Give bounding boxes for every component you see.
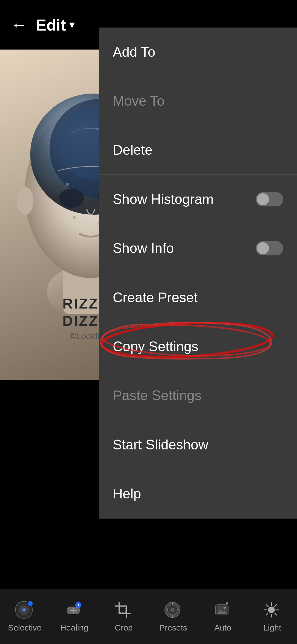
menu-item-move-to[interactable]: Move To xyxy=(99,77,297,125)
selective-nav-label: Selective xyxy=(8,623,42,632)
light-icon xyxy=(263,601,280,619)
menu-item-delete[interactable]: Delete xyxy=(99,125,297,174)
menu-item-help[interactable]: Help xyxy=(99,469,297,518)
light-icon-container xyxy=(263,601,282,620)
back-button[interactable]: ← xyxy=(11,17,28,33)
svg-rect-22 xyxy=(119,613,131,614)
menu-section-2: Show Histogram Show Info xyxy=(99,175,297,273)
menu-section-1: Add To Move To Delete xyxy=(99,28,297,175)
nav-item-presets[interactable]: Presets xyxy=(148,601,198,632)
create-preset-label: Create Preset xyxy=(113,290,197,305)
selective-badge xyxy=(27,601,33,607)
svg-point-6 xyxy=(59,189,84,208)
svg-text:✦: ✦ xyxy=(77,603,80,607)
help-label: Help xyxy=(113,486,141,502)
svg-line-46 xyxy=(275,605,277,607)
svg-text:✦: ✦ xyxy=(225,601,229,606)
auto-icon: ✦ xyxy=(213,601,231,619)
svg-point-37 xyxy=(224,607,226,609)
crop-nav-label: Crop xyxy=(115,623,133,632)
dropdown-arrow-icon: ▾ xyxy=(69,19,74,31)
menu-item-paste-settings[interactable]: Paste Settings xyxy=(99,371,297,420)
svg-point-39 xyxy=(268,607,275,613)
crop-icon-container xyxy=(114,601,133,620)
menu-item-show-histogram[interactable]: Show Histogram xyxy=(99,175,297,224)
nav-item-selective[interactable]: Selective xyxy=(0,601,50,632)
svg-rect-24 xyxy=(126,605,127,618)
nav-item-healing[interactable]: ✦ Healing xyxy=(50,601,99,632)
svg-point-11 xyxy=(73,216,76,219)
copy-settings-label: Copy Settings xyxy=(113,339,198,354)
healing-nav-label: Healing xyxy=(60,623,88,632)
svg-line-44 xyxy=(266,605,268,607)
selective-icon-container xyxy=(15,601,34,620)
histogram-toggle[interactable] xyxy=(256,192,283,206)
crop-icon xyxy=(114,601,132,619)
menu-section-4: Start Slideshow Help xyxy=(99,420,297,519)
svg-point-28 xyxy=(170,608,175,612)
menu-item-start-slideshow[interactable]: Start Slideshow xyxy=(99,420,297,469)
svg-point-8 xyxy=(17,187,34,215)
light-nav-label: Light xyxy=(263,623,281,632)
auto-nav-label: Auto xyxy=(214,623,231,632)
dropdown-menu: Add To Move To Delete Show Histogram Sho… xyxy=(99,28,297,519)
healing-icon-container: ✦ xyxy=(65,601,84,620)
healing-icon: ✦ xyxy=(65,601,82,619)
presets-icon xyxy=(164,601,181,619)
presets-icon-container xyxy=(164,601,183,620)
start-slideshow-label: Start Slideshow xyxy=(113,437,208,453)
move-to-label: Move To xyxy=(113,93,164,109)
svg-line-45 xyxy=(275,613,277,615)
svg-point-10 xyxy=(66,183,69,186)
auto-icon-container: ✦ xyxy=(213,601,232,620)
presets-nav-label: Presets xyxy=(159,623,187,632)
show-info-label: Show Info xyxy=(113,240,174,256)
delete-label: Delete xyxy=(113,142,153,158)
svg-line-47 xyxy=(266,613,268,615)
paste-settings-label: Paste Settings xyxy=(113,388,201,403)
show-histogram-label: Show Histogram xyxy=(113,191,214,207)
info-toggle-knob xyxy=(257,242,269,254)
bottom-nav: Selective ✦ Healing xyxy=(0,589,297,644)
svg-rect-25 xyxy=(119,606,126,613)
nav-item-light[interactable]: Light xyxy=(248,601,297,632)
selective-icon xyxy=(15,601,33,619)
edit-label: Edit xyxy=(36,16,66,34)
menu-item-copy-settings[interactable]: Copy Settings xyxy=(99,322,297,371)
nav-item-crop[interactable]: Crop xyxy=(99,601,148,632)
menu-item-add-to[interactable]: Add To xyxy=(99,28,297,77)
add-to-label: Add To xyxy=(113,44,155,60)
nav-item-auto[interactable]: ✦ Auto xyxy=(198,601,248,632)
edit-title-button[interactable]: Edit ▾ xyxy=(36,16,74,34)
menu-item-create-preset[interactable]: Create Preset xyxy=(99,273,297,322)
histogram-toggle-knob xyxy=(257,193,269,205)
menu-item-show-info[interactable]: Show Info xyxy=(99,224,297,273)
info-toggle[interactable] xyxy=(256,241,283,255)
menu-section-3: Create Preset Copy Settings Paste Settin… xyxy=(99,273,297,420)
